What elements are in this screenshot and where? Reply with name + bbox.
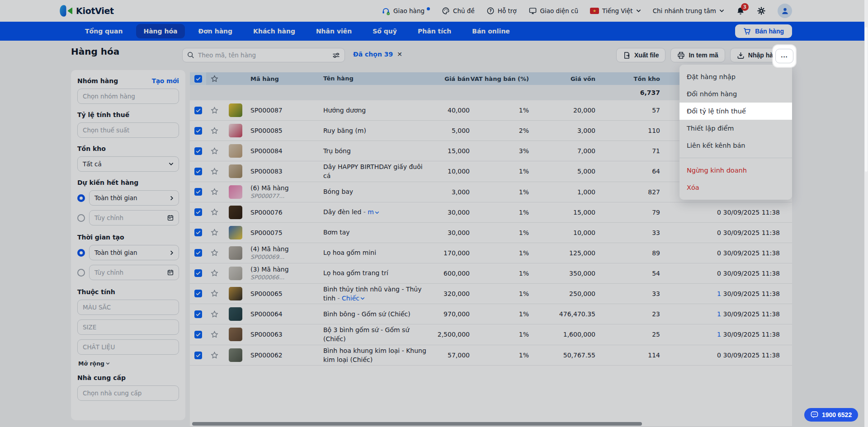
vertical-scrollbar[interactable]	[864, 0, 868, 427]
highlighted-menu-item[interactable]: Đổi tỷ lệ tính thuế	[679, 103, 792, 120]
tour-dim-overlay	[0, 0, 868, 427]
vertical-scrollbar-thumb[interactable]	[865, 27, 868, 172]
support-phone-label: 1900 6522	[822, 411, 852, 418]
more-button-spotlight: ...	[773, 45, 796, 67]
support-hotline-button[interactable]: 1900 6522	[804, 408, 858, 422]
chat-bubble-icon	[811, 411, 818, 418]
more-actions-button[interactable]: ...	[775, 49, 793, 63]
